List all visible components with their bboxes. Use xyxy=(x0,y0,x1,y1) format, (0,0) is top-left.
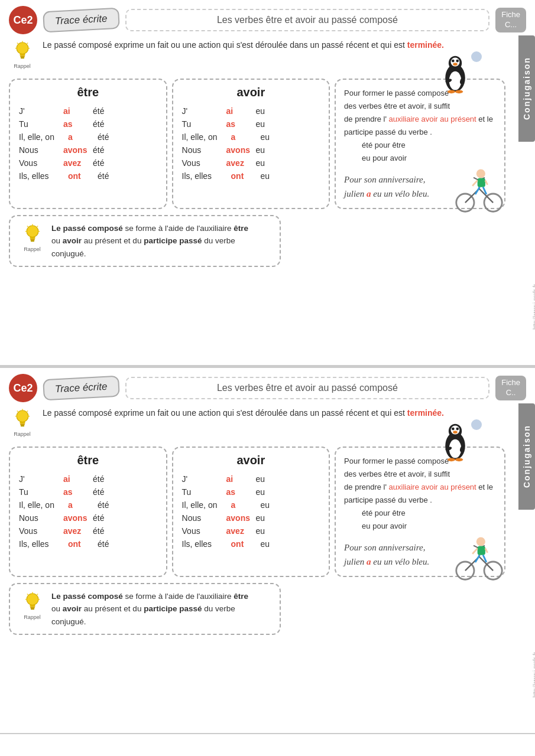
svg-point-13 xyxy=(452,60,455,63)
page-section-2: Ce2 Trace écrite Les verbes être et avoi… xyxy=(0,368,535,734)
table-row: Vous avez eu xyxy=(182,158,320,168)
etre-box-1: être J' ai été Tu as été Il, elle, on a … xyxy=(9,79,167,209)
table-row: Ils, elles ont été xyxy=(19,539,157,549)
header-row-1: Ce2 Trace écrite Les verbes être et avoi… xyxy=(9,6,526,34)
bulb-icon-bottom-2: Rappel xyxy=(19,590,46,623)
table-row: J' ai eu xyxy=(182,106,320,116)
ce2-badge-1: Ce2 xyxy=(9,6,37,34)
svg-line-72 xyxy=(485,548,488,553)
rappel-text-2: Le passé composé exprime un fait ou une … xyxy=(43,407,444,419)
conjugaison-sidebar-1: Conjugaison xyxy=(518,35,535,142)
svg-point-18 xyxy=(448,90,455,94)
svg-point-57 xyxy=(453,431,457,434)
header-row-2: Ce2 Trace écrite Les verbes être et avoi… xyxy=(9,374,526,402)
svg-line-6 xyxy=(17,43,18,44)
table-row: J' ai été xyxy=(19,106,157,116)
table-row: Nous avons eu xyxy=(182,145,320,155)
fiche-badge-1: Fiche C... xyxy=(495,8,526,32)
table-row: Il, elle, on a eu xyxy=(182,500,320,510)
svg-point-56 xyxy=(456,428,459,431)
rappel-text-1: Le passé composé exprime un fait ou une … xyxy=(43,39,444,51)
svg-line-48 xyxy=(17,411,18,412)
speech-bubble-2 xyxy=(471,419,482,430)
rappel-label-1: Rappel xyxy=(14,63,31,69)
svg-point-55 xyxy=(452,428,455,431)
bulb-icon-1: Rappel xyxy=(9,39,35,71)
avoir-box-2: avoir J' ai eu Tu as eu Il, elle, on a e… xyxy=(172,447,330,577)
table-row: Il, elle, on a été xyxy=(19,132,157,142)
svg-point-27 xyxy=(476,169,485,178)
etre-conjugation-2: J' ai été Tu as été Il, elle, on a été N… xyxy=(19,474,157,549)
penguin-icon-1 xyxy=(439,53,472,94)
rappel-label-2: Rappel xyxy=(14,431,31,437)
svg-point-15 xyxy=(453,63,457,66)
avoir-box-1: avoir J' ai eu Tu as eu Il, elle, on a e… xyxy=(172,79,330,209)
svg-rect-35 xyxy=(30,239,35,240)
ce2-badge-2: Ce2 xyxy=(9,374,37,402)
avoir-conjugation-1: J' ai eu Tu as eu Il, elle, on a eu Nous… xyxy=(182,106,320,181)
svg-rect-44 xyxy=(20,424,25,425)
svg-rect-2 xyxy=(20,56,25,57)
page-section-1: Ce2 Trace écrite Les verbes être et avoi… xyxy=(0,0,535,366)
etre-conjugation-1: J' ai été Tu as été Il, elle, on a été N… xyxy=(19,106,157,181)
svg-rect-36 xyxy=(30,240,34,241)
avoir-title-1: avoir xyxy=(182,86,320,99)
svg-rect-34 xyxy=(30,236,35,239)
conjugaison-sidebar-2: Conjugaison xyxy=(518,403,535,510)
table-row: Tu as eu xyxy=(182,119,320,129)
table-row: Tu as eu xyxy=(182,487,320,497)
svg-rect-28 xyxy=(478,178,485,187)
table-row: Vous avez eu xyxy=(182,526,320,536)
watermark-2: http://www.i-profs.fr xyxy=(532,652,535,698)
svg-line-30 xyxy=(485,180,488,185)
trace-ecrite-box-2: Trace écrite xyxy=(43,376,119,401)
table-row: Ils, elles ont été xyxy=(19,171,157,181)
bottom-rappel-1: Rappel Le passé composé se forme à l'aid… xyxy=(9,215,281,268)
svg-line-47 xyxy=(27,411,28,412)
svg-rect-78 xyxy=(30,608,34,609)
svg-point-0 xyxy=(17,43,28,54)
bulb-svg-2 xyxy=(13,408,32,431)
svg-point-14 xyxy=(456,60,459,63)
bottom-rappel-text-2: Le passé composé se forme à l'aide de l'… xyxy=(51,590,259,628)
table-row: Nous avons été xyxy=(19,145,157,155)
penguin-icon-2 xyxy=(439,421,472,462)
etre-title-2: être xyxy=(19,454,157,467)
svg-rect-76 xyxy=(30,604,35,607)
etre-title-1: être xyxy=(19,86,157,99)
bike-character-icon-1 xyxy=(454,164,504,214)
svg-rect-70 xyxy=(478,546,485,555)
svg-point-61 xyxy=(455,458,463,462)
table-row: Tu as été xyxy=(19,119,157,129)
svg-point-19 xyxy=(455,90,463,94)
table-row: Il, elle, on a été xyxy=(19,500,157,510)
svg-line-80 xyxy=(37,594,38,595)
explication-text-2: Pour former le passé composé des verbes … xyxy=(344,455,496,533)
table-row: Vous avez été xyxy=(19,158,157,168)
etre-box-2: être J' ai été Tu as été Il, elle, on a … xyxy=(9,447,167,577)
main-content-1: être J' ai été Tu as été Il, elle, on a … xyxy=(9,79,526,209)
fiche-badge-2: Fiche C.. xyxy=(495,376,526,400)
bike-character-icon-2 xyxy=(454,532,504,582)
table-row: J' ai été xyxy=(19,474,157,484)
bulb-icon-2: Rappel xyxy=(9,407,35,439)
svg-line-38 xyxy=(37,226,38,227)
explication-box-1: Pour former le passé composé des verbes … xyxy=(335,79,505,209)
table-row: Nous avons été xyxy=(19,513,157,523)
table-row: Vous avez été xyxy=(19,526,157,536)
svg-line-73 xyxy=(475,555,480,562)
svg-rect-1 xyxy=(20,54,25,56)
svg-point-33 xyxy=(27,225,38,237)
bulb-svg-bottom-2 xyxy=(23,591,42,614)
trace-ecrite-box-1: Trace écrite xyxy=(43,8,119,33)
avoir-title-2: avoir xyxy=(182,454,320,467)
speech-bubble-1 xyxy=(471,51,482,62)
svg-line-65 xyxy=(479,556,494,571)
svg-point-60 xyxy=(448,458,455,462)
svg-point-75 xyxy=(27,593,38,605)
svg-rect-45 xyxy=(20,425,24,426)
watermark-1: http://www.i-profs.fr xyxy=(532,284,535,330)
bulb-icon-bottom-1: Rappel xyxy=(19,222,46,255)
table-row: J' ai eu xyxy=(182,474,320,484)
svg-line-29 xyxy=(472,180,478,185)
